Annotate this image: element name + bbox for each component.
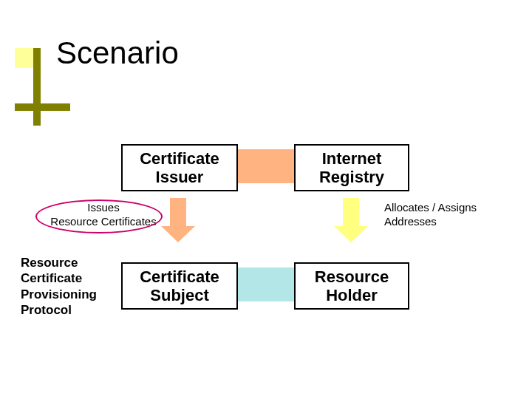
label-text: Allocates / Assigns Addresses xyxy=(384,201,477,228)
label-allocates: Allocates / Assigns Addresses xyxy=(384,201,477,229)
accent-box xyxy=(15,48,35,68)
box-label: Certificate Issuer xyxy=(140,149,219,187)
box-label: Resource Holder xyxy=(315,267,389,305)
slide: Scenario Certificate Issuer Internet Reg… xyxy=(0,0,532,399)
accent-horizontal xyxy=(15,103,70,111)
accent-vertical xyxy=(33,48,41,126)
label-protocol: Resource Certificate Provisioning Protoc… xyxy=(21,255,97,318)
slide-title: Scenario xyxy=(56,35,179,71)
box-certificate-issuer: Certificate Issuer xyxy=(121,144,238,191)
label-text: Resource Certificate Provisioning Protoc… xyxy=(21,256,97,317)
box-label: Internet Registry xyxy=(319,149,384,187)
box-label: Certificate Subject xyxy=(140,267,219,305)
box-certificate-subject: Certificate Subject xyxy=(121,262,238,310)
box-resource-holder: Resource Holder xyxy=(294,262,409,310)
box-internet-registry: Internet Registry xyxy=(294,144,409,191)
ellipse-highlight xyxy=(35,200,163,233)
